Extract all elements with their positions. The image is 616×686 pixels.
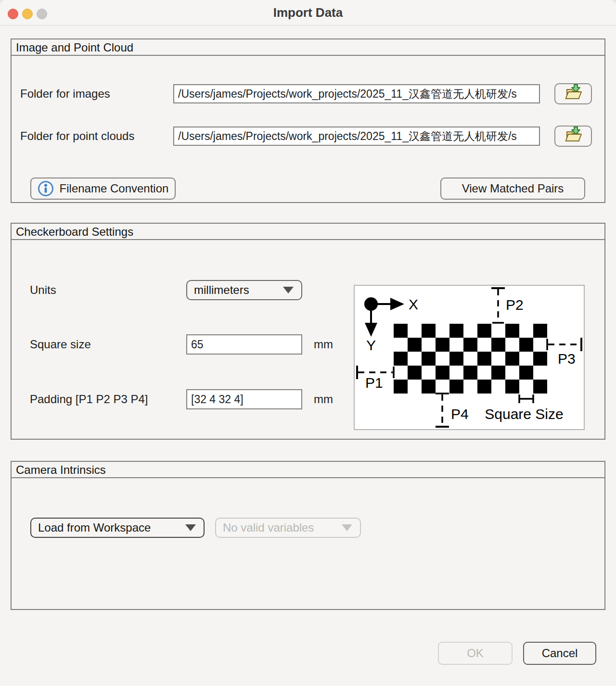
view-matched-pairs-label: View Matched Pairs xyxy=(462,182,564,195)
square-size-unit-label: mm xyxy=(314,334,333,355)
y-axis-arrow xyxy=(365,323,377,337)
checkerboard-diagram: X Y P2 P3 xyxy=(354,285,585,430)
info-icon xyxy=(38,180,54,197)
p1-label: P1 xyxy=(365,375,383,391)
filename-convention-button[interactable]: Filename Convention xyxy=(30,178,176,200)
open-folder-icon xyxy=(563,83,584,104)
open-folder-icon xyxy=(563,126,584,147)
p2-label: P2 xyxy=(506,297,524,313)
square-size-label: Square size xyxy=(30,336,91,353)
import-data-dialog: Import Data Image and Point Cloud Folder… xyxy=(0,0,616,686)
units-dropdown-value: millimeters xyxy=(194,283,249,297)
folder-point-clouds-label: Folder for point clouds xyxy=(20,128,134,144)
units-label: Units xyxy=(30,282,56,298)
folder-images-label: Folder for images xyxy=(20,86,110,102)
chevron-down-icon xyxy=(342,524,352,531)
intrinsics-source-value: Load from Workspace xyxy=(38,521,151,534)
intrinsics-variable-dropdown: No valid variables xyxy=(215,518,361,538)
ok-button-label: OK xyxy=(467,647,484,660)
square-size-input[interactable] xyxy=(186,334,302,355)
x-axis-label: X xyxy=(409,296,418,312)
window-title: Import Data xyxy=(0,0,616,25)
padding-label: Padding [P1 P2 P3 P4] xyxy=(30,391,148,407)
square-size-diagram-label: Square Size xyxy=(485,406,563,422)
section-title: Camera Intrinsics xyxy=(12,462,604,478)
cancel-button[interactable]: Cancel xyxy=(523,642,596,665)
section-image-and-point-cloud: Image and Point Cloud Folder for images … xyxy=(11,38,605,203)
cancel-button-label: Cancel xyxy=(542,647,578,660)
folder-images-input[interactable] xyxy=(173,84,540,103)
section-checkerboard-settings: Checkerboard Settings Units millimeters … xyxy=(11,223,605,440)
section-camera-intrinsics: Camera Intrinsics Load from Workspace No… xyxy=(11,461,605,610)
browse-point-clouds-button[interactable] xyxy=(554,126,592,147)
y-axis-label: Y xyxy=(366,337,376,353)
intrinsics-source-dropdown[interactable]: Load from Workspace xyxy=(30,518,205,538)
padding-unit-label: mm xyxy=(314,389,333,409)
folder-point-clouds-input[interactable] xyxy=(173,127,540,146)
filename-convention-label: Filename Convention xyxy=(60,182,169,195)
section-title: Image and Point Cloud xyxy=(12,39,604,56)
p4-label: P4 xyxy=(451,406,469,422)
view-matched-pairs-button[interactable]: View Matched Pairs xyxy=(440,178,585,200)
units-dropdown[interactable]: millimeters xyxy=(186,280,302,300)
section-title: Checkerboard Settings xyxy=(12,224,604,240)
chevron-down-icon xyxy=(185,524,196,531)
browse-images-button[interactable] xyxy=(554,83,592,104)
checkerboard-diagram-svg: X Y P2 P3 xyxy=(355,286,584,429)
ok-button: OK xyxy=(438,642,513,665)
titlebar: Import Data xyxy=(0,0,616,25)
p3-label: P3 xyxy=(558,351,576,367)
x-axis-arrow xyxy=(390,298,404,310)
intrinsics-variable-value: No valid variables xyxy=(223,521,314,534)
chevron-down-icon xyxy=(283,287,294,293)
padding-input[interactable] xyxy=(186,389,302,409)
